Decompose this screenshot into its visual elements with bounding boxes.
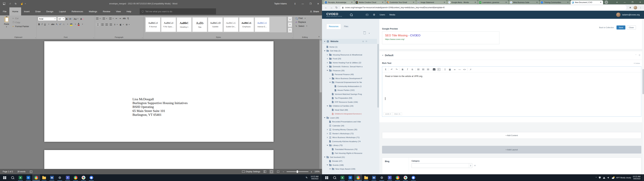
tab-search-icon[interactable]: ∨ [613,1,621,3]
highlight-dropdown-icon[interactable]: ▼ [75,24,76,25]
tree-item-micro-business-workshops-71[interactable]: Micro Business Workshops (71) [322,136,377,140]
taskbar-clock[interactable]: 10:22 AM 5/6/2022 [311,176,318,180]
tab-close-icon[interactable]: ✕ [536,1,538,4]
menu-users[interactable]: Users [380,14,385,16]
select-button[interactable]: ↖Select▼ [296,25,308,27]
font-color-button[interactable]: A [78,23,80,26]
document-page-2[interactable] [44,150,274,169]
tree-caret-icon[interactable] [327,145,328,146]
underline-dropdown-icon[interactable]: ▼ [48,24,50,25]
bold-button[interactable]: B [38,23,40,26]
taskbar-app-word[interactable]: W [48,174,56,181]
save-button[interactable]: Save [616,26,625,30]
category-combobox[interactable] [412,163,472,168]
styles-scroll-up-icon[interactable]: ▲ [288,16,292,22]
font-color-dropdown-icon[interactable]: ▼ [82,24,83,25]
delete-field-button[interactable]: ✕ Delete [634,62,640,64]
align-left-button[interactable] [96,23,100,26]
tree-caret-icon[interactable] [330,78,331,79]
tree-item-get-help-2[interactable]: Get Help (2) [322,49,377,53]
browser-tab-customize-your-email[interactable]: Customize Your Email✕ [386,0,416,4]
tree-caret-icon[interactable] [327,70,328,71]
browser-tab-image-statement[interactable]: Image Statement✕ [416,0,447,4]
document-page-1[interactable] [44,41,274,142]
superscript-button[interactable]: x2 [60,23,61,26]
tree-caret-icon[interactable] [327,133,328,134]
user-avatar[interactable] [616,12,620,17]
browser-restore-button[interactable]: ❐ [628,1,636,3]
tree-item-recorded-presentations-and-vide[interactable]: Recorded Presentations and Vide [322,120,377,124]
pen-icon[interactable]: ✎ [306,176,308,179]
tree-item-children-families-24[interactable]: Children & Families (24) [322,104,377,108]
word-tab-layout[interactable]: Layout [56,7,69,16]
main-scrollbar-thumb[interactable] [642,69,644,94]
taskbar-app-slack[interactable] [402,174,410,181]
secure-lock-icon[interactable] [342,7,344,8]
find-button[interactable]: Find▼ [296,17,308,20]
zoom-slider[interactable] [286,172,308,172]
browser-tab-lawmakers-governor[interactable]: VPRLawmakers, governor✕ [478,0,508,4]
tree-item-vermont-matched-savings-prog[interactable]: Vermont Matched Savings Prog [322,92,377,96]
redo-icon[interactable]: ↷ [394,68,399,71]
align-right-button[interactable] [106,24,108,26]
browser-close-button[interactable]: ✕ [636,1,644,3]
close-document-button[interactable]: Close [627,26,636,30]
fullscreen-icon[interactable]: ↗ [468,68,473,71]
website-caret-icon[interactable] [324,41,325,42]
close-button[interactable]: ✕ [314,0,322,7]
combobox-spinner-icon[interactable] [469,164,472,168]
hidden-icons-chevron[interactable]: ^ [596,176,597,179]
tree-item-growing-money-classes-35[interactable]: Growing Money Classes (35) [322,128,377,132]
tree-caret-icon[interactable] [327,137,328,138]
shrink-font-button[interactable]: A▼ [70,18,72,20]
tab-close-icon[interactable]: ✕ [505,1,507,4]
cut-button[interactable]: ✂Cut [12,17,29,20]
tree-caret-icon[interactable] [330,82,331,83]
word-tab-insert[interactable]: Insert [21,7,32,16]
save-icon[interactable] [3,2,5,5]
tab-close-icon[interactable]: ✕ [474,1,476,4]
tree-root-website[interactable]: Website ⊕ ⟳ [322,39,377,44]
zoom-slider-thumb[interactable] [297,170,298,173]
tree-caret-icon[interactable] [327,62,328,63]
section-title[interactable]: Default [382,54,394,57]
display-settings-button[interactable]: Display Settings [242,170,260,173]
taskbar-app-slack[interactable] [80,174,88,181]
web-layout-button[interactable] [276,170,280,174]
taskbar-app-teams[interactable]: T [64,174,72,181]
tree-item-community-kitchen-academy-74[interactable]: Community Kitchen Academy (74 [322,140,377,144]
paragraph-format-icon[interactable]: ¶ [383,68,388,71]
tree-item-tax-preparation-59[interactable]: Tax Preparation (59) [322,96,377,100]
tree-item-ffp-resource-guide-156[interactable]: FFP Resource Guide (156) [322,100,377,104]
tree-item-food-20[interactable]: Food (20) [322,57,377,61]
print-layout-button[interactable] [269,170,274,174]
browser-profile-avatar[interactable] [634,6,637,10]
tree-item-personal-finance-49[interactable]: Personal Finance (49) [322,72,377,76]
show-formatting-marks-button[interactable]: ¶ [128,17,129,20]
strikethrough-button[interactable]: abc [51,23,54,26]
font-size-combo[interactable]: 10▼ [57,17,65,21]
tree-item-donate-47[interactable]: Donate (47) [322,159,377,163]
ordered-list-icon[interactable] [421,68,426,71]
browser-tab-meta-business-suite[interactable]: ∞Meta Business Suite✕ [509,0,539,4]
taskbar-app-excel[interactable]: X [16,174,24,181]
tab-close-icon[interactable]: ✕ [351,1,353,4]
browser-tab-adobe-creative-cloud[interactable]: Adobe Creative Cloud✕ [354,0,385,4]
repeat-icon[interactable]: ↻ [15,2,17,5]
customize-quick-access-icon[interactable]: ▼ [25,3,26,4]
upload-icon[interactable]: ↥ [442,68,448,71]
line-spacing-button[interactable]: ⇕▼ [114,24,118,26]
tree-caret-icon[interactable] [327,58,328,59]
word-tab-design[interactable]: Design [44,7,56,16]
taskbar-app-search[interactable] [330,174,338,181]
tree-item-head-start-68[interactable]: Head Start (68) [322,108,377,112]
tree-caret-icon[interactable] [327,164,328,166]
tab-close-icon[interactable]: ✕ [382,1,384,4]
styles-scroll-down-icon[interactable]: ▼ [288,22,292,27]
browser-minimize-button[interactable]: — [621,1,628,3]
taskbar-app-excel[interactable]: X [338,174,346,181]
underline-button[interactable]: U [44,23,46,26]
refresh-tree-icon[interactable]: ⟳ [366,40,367,42]
volume-icon[interactable] [608,177,610,179]
increase-indent-button[interactable]: ⇥ [119,17,121,20]
